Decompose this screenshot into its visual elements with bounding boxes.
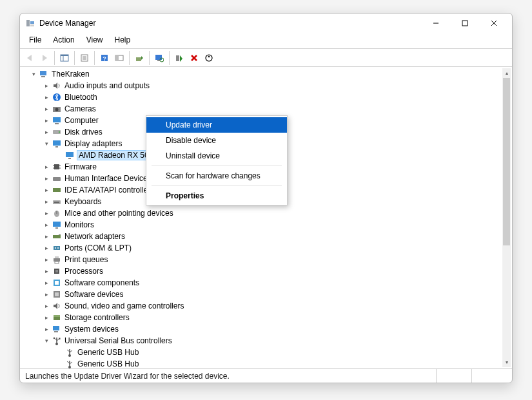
chevron-right-icon[interactable]: ▸ bbox=[42, 94, 51, 100]
svg-rect-20 bbox=[136, 57, 141, 61]
svg-rect-25 bbox=[176, 55, 179, 61]
maximize-button[interactable] bbox=[450, 14, 479, 32]
vertical-scrollbar[interactable]: ▴ ▾ bbox=[502, 68, 511, 367]
tree-item-sound[interactable]: ▸ Sound, video and game controllers bbox=[20, 300, 512, 312]
system-icon bbox=[52, 324, 62, 334]
speaker-icon bbox=[52, 301, 62, 311]
properties-button[interactable] bbox=[77, 51, 92, 65]
tree-item-printq[interactable]: ▸ Print queues bbox=[20, 254, 512, 265]
svg-point-61 bbox=[55, 247, 56, 249]
scroll-down-button[interactable]: ▾ bbox=[502, 357, 511, 367]
show-hide-tree-button[interactable] bbox=[57, 51, 72, 65]
tree-item-processors[interactable]: ▸ Processors bbox=[20, 265, 512, 277]
ctx-scan-hardware[interactable]: Scan for hardware changes bbox=[146, 168, 287, 184]
scroll-thumb[interactable] bbox=[503, 78, 510, 245]
device-tree[interactable]: ▾ TheKraken ▸ Audio inputs and outputs ▸… bbox=[20, 67, 512, 368]
tree-item-softdev[interactable]: ▸ Software devices bbox=[20, 289, 512, 300]
tree-item-softcomp[interactable]: ▸ Software components bbox=[20, 277, 512, 289]
display-icon bbox=[64, 150, 75, 160]
scroll-up-button[interactable]: ▴ bbox=[502, 68, 511, 78]
minimize-button[interactable] bbox=[421, 14, 450, 32]
chevron-down-icon[interactable]: ▾ bbox=[29, 71, 38, 77]
tree-item-cameras[interactable]: ▸ Cameras bbox=[20, 103, 512, 115]
chevron-right-icon[interactable]: ▸ bbox=[42, 198, 51, 205]
chevron-right-icon[interactable]: ▸ bbox=[42, 303, 51, 309]
tree-item-network[interactable]: ▸ Network adapters bbox=[20, 231, 512, 242]
port-icon bbox=[52, 243, 62, 253]
ctx-uninstall-device[interactable]: Uninstall device bbox=[146, 148, 287, 164]
software-icon bbox=[52, 278, 62, 288]
svg-text:?: ? bbox=[103, 55, 106, 62]
tree-item-usb[interactable]: ▾ Universal Serial Bus controllers bbox=[20, 335, 512, 347]
menu-help[interactable]: Help bbox=[110, 34, 136, 46]
back-button[interactable] bbox=[23, 51, 37, 65]
app-icon bbox=[25, 18, 35, 28]
ctx-update-driver[interactable]: Update driver bbox=[146, 117, 287, 133]
menu-view[interactable]: View bbox=[81, 34, 108, 46]
tree-item-mice[interactable]: ▸ Mice and other pointing devices bbox=[20, 207, 512, 219]
chevron-right-icon[interactable]: ▸ bbox=[42, 291, 51, 298]
svg-rect-74 bbox=[54, 315, 60, 317]
chevron-right-icon[interactable]: ▸ bbox=[42, 129, 51, 135]
titlebar: Device Manager bbox=[20, 14, 512, 33]
svg-marker-21 bbox=[141, 56, 143, 60]
chevron-right-icon[interactable]: ▸ bbox=[42, 164, 51, 170]
tree-item-ports[interactable]: ▸ Ports (COM & LPT) bbox=[20, 242, 512, 254]
close-button[interactable] bbox=[479, 14, 508, 32]
svg-rect-75 bbox=[53, 326, 59, 330]
tree-root[interactable]: ▾ TheKraken bbox=[20, 68, 512, 80]
tree-item-usb-child[interactable]: ▸ Generic USB Hub bbox=[20, 358, 512, 368]
chevron-right-icon[interactable]: ▸ bbox=[42, 268, 51, 274]
device-manager-window: Device Manager File Action View Help ? bbox=[19, 13, 513, 383]
toolbar: ? bbox=[20, 49, 512, 67]
chip-icon bbox=[52, 162, 62, 172]
tree-label: Audio inputs and outputs bbox=[64, 81, 150, 90]
chevron-right-icon[interactable]: ▸ bbox=[42, 326, 51, 332]
tree-item-storage[interactable]: ▸ Storage controllers bbox=[20, 312, 512, 323]
toolbar-separator bbox=[74, 51, 75, 65]
chevron-down-icon[interactable]: ▾ bbox=[42, 140, 51, 147]
ctx-properties[interactable]: Properties bbox=[146, 188, 287, 204]
chevron-right-icon[interactable]: ▸ bbox=[42, 210, 51, 216]
tree-item-audio[interactable]: ▸ Audio inputs and outputs bbox=[20, 80, 512, 91]
chevron-right-icon[interactable]: ▸ bbox=[42, 175, 51, 182]
chevron-right-icon[interactable]: ▸ bbox=[42, 82, 51, 89]
chevron-right-icon[interactable]: ▸ bbox=[42, 233, 51, 240]
chevron-right-icon[interactable]: ▸ bbox=[42, 222, 51, 228]
storage-icon bbox=[52, 312, 62, 323]
svg-rect-60 bbox=[54, 246, 60, 250]
enable-device-button[interactable] bbox=[172, 51, 186, 65]
tree-item-usb-child[interactable]: ▸ Generic USB Hub bbox=[20, 347, 512, 358]
forward-button[interactable] bbox=[37, 51, 52, 65]
help-button[interactable]: ? bbox=[97, 51, 112, 65]
chevron-right-icon[interactable]: ▸ bbox=[42, 106, 51, 112]
irq-button[interactable] bbox=[112, 51, 126, 65]
scan-monitor-button[interactable] bbox=[152, 51, 166, 65]
chevron-right-icon[interactable]: ▸ bbox=[42, 256, 51, 263]
update-driver-button[interactable] bbox=[132, 51, 146, 65]
cpu-icon bbox=[52, 266, 62, 276]
scan-hardware-button[interactable] bbox=[202, 51, 216, 65]
menu-action[interactable]: Action bbox=[48, 34, 79, 46]
chevron-right-icon[interactable]: ▸ bbox=[42, 314, 51, 321]
tree-item-monitors[interactable]: ▸ Monitors bbox=[20, 219, 512, 231]
context-separator bbox=[152, 186, 282, 186]
computer-icon bbox=[52, 115, 62, 126]
svg-rect-56 bbox=[53, 222, 61, 227]
tree-item-bluetooth[interactable]: ▸ Bluetooth bbox=[20, 91, 512, 103]
status-cell bbox=[436, 369, 471, 383]
tree-label: Processors bbox=[64, 267, 103, 276]
chevron-right-icon[interactable]: ▸ bbox=[42, 187, 51, 193]
menu-file[interactable]: File bbox=[24, 34, 46, 46]
svg-point-36 bbox=[55, 108, 59, 111]
chevron-right-icon[interactable]: ▸ bbox=[42, 117, 51, 124]
chevron-right-icon[interactable]: ▸ bbox=[42, 245, 51, 251]
disk-icon bbox=[52, 127, 62, 137]
scroll-track[interactable] bbox=[502, 78, 511, 357]
tree-item-system[interactable]: ▸ System devices bbox=[20, 323, 512, 335]
ctx-disable-device[interactable]: Disable device bbox=[146, 133, 287, 148]
chevron-down-icon[interactable]: ▾ bbox=[42, 338, 51, 344]
uninstall-device-button[interactable] bbox=[187, 51, 201, 65]
svg-rect-0 bbox=[26, 20, 30, 26]
chevron-right-icon[interactable]: ▸ bbox=[42, 280, 51, 286]
